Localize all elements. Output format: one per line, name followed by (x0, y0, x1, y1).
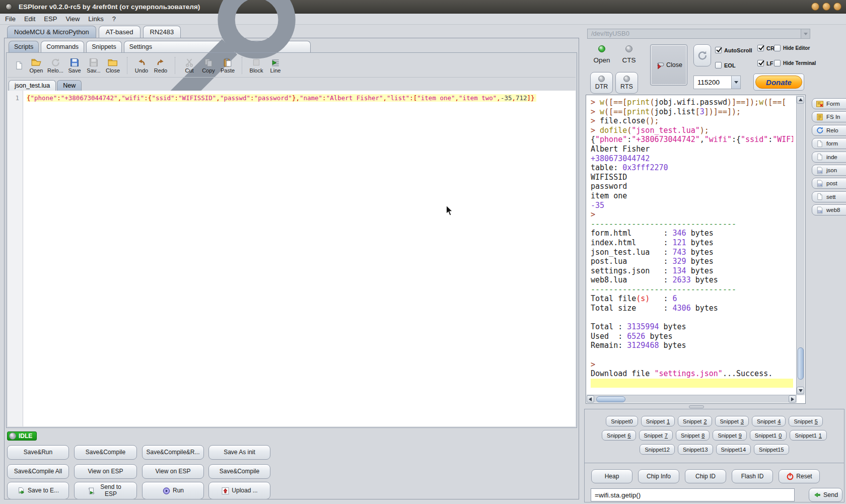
snippet-row: Snippet12Snippet13Snippet14Snippet15 (585, 444, 844, 455)
snippet2-button[interactable]: Snippet2 (678, 416, 712, 426)
command-input[interactable] (591, 489, 794, 501)
scroll-left-icon[interactable] (587, 395, 594, 403)
snippet4-button[interactable]: Snippet4 (752, 416, 786, 426)
terminal[interactable]: > w([==[print(jobj.wifi.passwd)]==]);w([… (586, 95, 806, 404)
save-to-e-button[interactable]: Save to E... (7, 482, 69, 499)
lf-checkbox[interactable]: LF (757, 60, 773, 66)
dtr-led-icon (598, 76, 605, 82)
snippet3-button[interactable]: Snippet3 (715, 416, 749, 426)
snippet14-button[interactable]: Snippet14 (716, 444, 751, 455)
run-icon (162, 487, 171, 495)
menu-help[interactable]: ? (112, 15, 116, 23)
snippet-row: Snippet0Snippet1Snippet2Snippet3Snippet4… (585, 416, 844, 426)
snippet12-button[interactable]: Snippet12 (640, 444, 675, 455)
checkbox-label: Hide Terminal (783, 60, 816, 66)
snippet6-button[interactable]: Snippet6 (602, 430, 636, 441)
fs-in-file-button[interactable]: FS In (812, 111, 846, 122)
open-port-button[interactable]: Open (590, 45, 613, 64)
snippet1-button[interactable]: Snippet1 (641, 416, 675, 426)
close-port-button[interactable]: Close (650, 44, 687, 86)
snippet15-button[interactable]: Snippet15 (754, 444, 789, 455)
terminal-line: Total file(s) : 6 (591, 294, 793, 304)
relo-file-button[interactable]: Relo (812, 125, 846, 136)
checkbox-box (757, 45, 764, 51)
scroll-up-icon[interactable] (797, 96, 804, 104)
dtr-button[interactable]: DTR (590, 72, 613, 94)
scroll-down-icon[interactable] (797, 387, 804, 394)
save-run-button[interactable]: Save&Run (7, 445, 69, 460)
snippet11-button[interactable]: Snippet11 (790, 430, 827, 441)
chip-id-button[interactable]: Chip ID (685, 469, 726, 483)
run-button[interactable]: Run (142, 482, 204, 499)
upload-icon (221, 487, 230, 495)
tab-at-based[interactable]: AT-based (99, 26, 140, 38)
menu-edit[interactable]: Edit (24, 15, 35, 23)
form-file-button[interactable]: form (812, 138, 846, 149)
reset-button[interactable]: Reset (779, 469, 820, 483)
cts-indicator[interactable]: CTS (617, 45, 641, 64)
tab-nodemcu-micropython[interactable]: NodeMCU & MicroPython (7, 26, 96, 38)
chevron-down-icon (801, 29, 810, 38)
flash-id-button[interactable]: Flash ID (732, 469, 773, 483)
save-compile-button[interactable]: Save&Compile (74, 445, 137, 460)
send-button[interactable]: Send (809, 488, 842, 502)
serial-port-select[interactable]: /dev/ttyUSB0 (587, 29, 810, 39)
minimize-button[interactable] (811, 3, 819, 11)
terminal-line (591, 313, 793, 323)
menu-links[interactable]: Links (88, 15, 103, 23)
terminal-horizontal-scrollbar[interactable] (587, 395, 797, 403)
donate-button[interactable]: Donate (753, 74, 804, 91)
post-file-button[interactable]: LUApost (812, 178, 846, 189)
chip-info-button[interactable]: Chip Info (638, 469, 679, 483)
vertical-scroll-thumb[interactable] (798, 347, 804, 380)
eol-checkbox[interactable]: EOL (715, 62, 736, 68)
snippet10-button[interactable]: Snippet10 (750, 430, 787, 441)
upload-button[interactable]: Upload ... (208, 482, 270, 499)
baud-rate-select[interactable]: 115200 (693, 76, 741, 89)
close-button[interactable] (833, 3, 841, 11)
heap-button[interactable]: Heap (591, 469, 632, 483)
save-compile-all-button[interactable]: Save&Compile All (7, 464, 69, 479)
rts-button[interactable]: RTS (615, 72, 638, 94)
menu-esp[interactable]: ESP (44, 15, 57, 23)
close-label: Close (666, 61, 682, 68)
cr-checkbox[interactable]: CR (757, 45, 774, 51)
snippet5-button[interactable]: Snippet5 (789, 416, 822, 426)
horizontal-scroll-thumb[interactable] (596, 396, 625, 402)
hide-editor-checkbox[interactable]: Hide Editor (774, 45, 810, 51)
inde-file-button[interactable]: inde (812, 152, 846, 163)
terminal-line: table: 0x3fff2270 (591, 163, 793, 173)
web8-file-button[interactable]: LUAweb8 (812, 204, 846, 215)
menu-file[interactable]: File (5, 15, 16, 23)
save-compile-button[interactable]: Save&Compile (208, 464, 270, 479)
json-file-button[interactable]: LUAjson (812, 165, 846, 176)
send-label: Send (823, 491, 838, 498)
maximize-button[interactable] (822, 3, 830, 11)
snippet0-button[interactable]: Snippet0 (606, 416, 638, 426)
scroll-right-icon[interactable] (789, 395, 796, 403)
snippet7-button[interactable]: Snippet7 (639, 430, 673, 441)
view-on-esp-button[interactable]: View on ESP (142, 464, 204, 479)
button-label: Save to E... (28, 487, 59, 494)
terminal-line: > dofile("json_test.lua"); (591, 126, 793, 135)
sett-file-button[interactable]: sett (812, 191, 846, 202)
menu-view[interactable]: View (65, 15, 80, 23)
snippet8-button[interactable]: Snippet8 (676, 430, 710, 441)
send-to-esp-icon (87, 487, 96, 495)
titlebar[interactable]: ESPlorer v0.2.0-rc5 by 4refr0nt (от супе… (0, 0, 846, 14)
splitter-grip[interactable] (689, 405, 704, 408)
save-compile-r-button[interactable]: Save&Compile&R... (142, 445, 204, 460)
checkbox-label: LF (766, 60, 773, 66)
button-label: Save As init (224, 449, 255, 456)
snippet9-button[interactable]: Snippet9 (713, 430, 746, 441)
svg-text:LUA: LUA (818, 184, 822, 186)
terminal-vertical-scrollbar[interactable] (796, 96, 805, 395)
refresh-ports-button[interactable] (693, 44, 711, 66)
autoscroll-checkbox[interactable]: AutoScroll (715, 47, 752, 53)
view-on-esp-button[interactable]: View on ESP (74, 464, 137, 479)
save-as-init-button[interactable]: Save As init (208, 445, 270, 460)
send-to-esp-button[interactable]: Send to ESP (74, 482, 137, 499)
snippet13-button[interactable]: Snippet13 (678, 444, 713, 455)
hide-terminal-checkbox[interactable]: Hide Terminal (774, 60, 816, 66)
form-file-button[interactable]: Form (812, 98, 846, 109)
